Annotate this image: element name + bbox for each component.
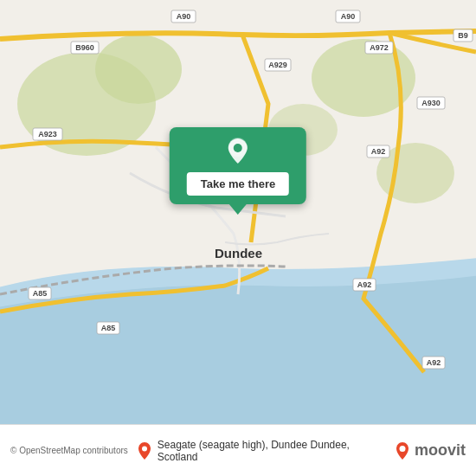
map-container: A90 A90 A972 B960 A929 A923 A92 A930 B9 …: [0, 0, 476, 424]
popup-box: Take me there: [170, 127, 306, 204]
moovit-label: moovit: [415, 441, 466, 460]
city-label: Dundee: [215, 246, 262, 261]
bottom-bar: © OpenStreetMap contributors Seagate (se…: [0, 424, 476, 476]
svg-text:B960: B960: [75, 43, 94, 52]
svg-text:A930: A930: [421, 99, 441, 107]
take-me-there-button[interactable]: Take me there: [187, 172, 289, 196]
svg-text:A923: A923: [38, 130, 57, 138]
svg-text:A85: A85: [101, 324, 116, 332]
location-info: Seagate (seagate high), Dundee Dundee, S…: [137, 439, 385, 463]
svg-point-4: [95, 35, 182, 104]
pin-icon: [222, 136, 254, 167]
svg-text:A92: A92: [371, 147, 386, 156]
moovit-logo: moovit: [394, 441, 466, 460]
svg-text:A929: A929: [268, 61, 287, 69]
svg-point-34: [142, 446, 147, 451]
svg-point-35: [399, 446, 405, 452]
moovit-pin-icon: [394, 441, 411, 460]
svg-text:A92: A92: [357, 280, 372, 289]
location-popup: Take me there: [170, 127, 306, 215]
svg-text:A92: A92: [427, 358, 441, 367]
svg-text:A90: A90: [177, 12, 191, 21]
location-pin-icon: [137, 441, 152, 460]
svg-text:A90: A90: [341, 12, 356, 21]
svg-text:B9: B9: [458, 31, 468, 40]
attribution-text: © OpenStreetMap contributors: [10, 446, 128, 455]
location-text: Seagate (seagate high), Dundee Dundee, S…: [158, 439, 385, 463]
popup-tail: [229, 204, 247, 215]
map-background: A90 A90 A972 B960 A929 A923 A92 A930 B9 …: [0, 0, 476, 424]
svg-text:A972: A972: [370, 43, 389, 52]
svg-text:A85: A85: [33, 289, 48, 298]
svg-point-33: [234, 144, 242, 152]
